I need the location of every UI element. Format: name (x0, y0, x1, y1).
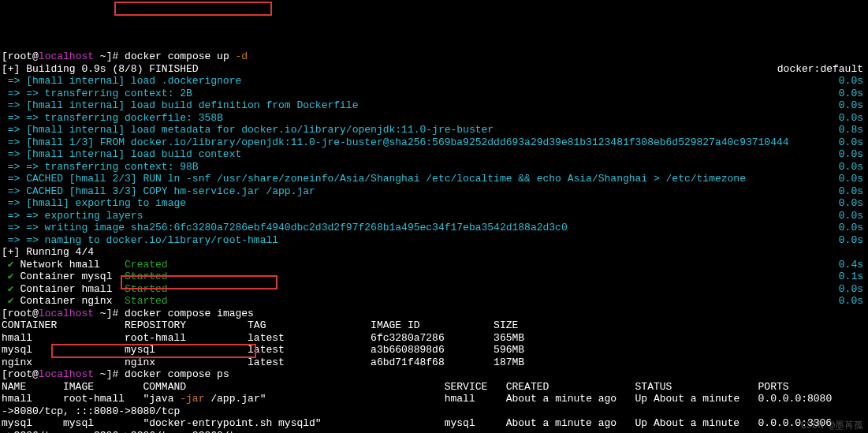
ps-row: mysql mysql "docker-entrypoint.sh mysqld… (2, 417, 866, 430)
build-step: => [hmall internal] load .dockerignore0.… (2, 75, 866, 88)
images-header: CONTAINER REPOSITORY TAG IMAGE ID SIZE (2, 319, 866, 332)
build-step: => CACHED [hmall 3/3] COPY hm-service.ja… (2, 185, 866, 198)
build-step: => => transferring context: 98B0.0s (2, 161, 866, 174)
build-step: => [hmall internal] load build context0.… (2, 148, 866, 161)
images-row: hmall root-hmall latest 6fc3280a7286 365… (2, 332, 866, 345)
running-item: ✔ Container mysql Started0.1s (2, 271, 866, 283)
build-header: [+] Building 0.9s (8/8) FINISHEDdocker:d… (2, 63, 866, 76)
build-step: => [hmall internal] load build definitio… (2, 99, 866, 112)
terminal-output: [root@localhost ~]# docker compose up -d… (2, 50, 866, 433)
ps-row: hmall root-hmall "java -jar /app.jar" hm… (2, 393, 866, 405)
images-row: mysql mysql latest a3b6608898d6 596MB (2, 344, 866, 356)
build-step: => => exporting layers0.0s (2, 210, 866, 222)
build-step: => [hmall 1/3] FROM docker.io/library/op… (2, 136, 866, 149)
prompt-line-2: [root@localhost ~]# docker compose image… (2, 308, 866, 320)
ps-row-wrap: ->3306/tcp, :::3306->3306/tcp, 33060/tcp (2, 430, 866, 433)
build-step: => => transferring context: 2B0.0s (2, 88, 866, 100)
running-header: [+] Running 4/4 (2, 246, 866, 259)
running-item: ✔ Container nginx Started0.0s (2, 295, 866, 308)
build-step: => [hmall internal] load metadata for do… (2, 124, 866, 136)
ps-header: NAME IMAGE COMMAND SERVICE CREATED STATU… (2, 381, 866, 394)
build-step: => => transferring dockerfile: 358B0.0s (2, 112, 866, 125)
running-item: ✔ Container hmall Started0.0s (2, 283, 866, 296)
ps-row-wrap: ->8080/tcp, :::8080->8080/tcp (2, 405, 866, 418)
highlight-box-1 (114, 2, 272, 16)
images-row: nginx nginx latest a6bd71f48f68 187MB (2, 356, 866, 369)
prompt-line-3: [root@localhost ~]# docker compose ps (2, 368, 866, 381)
build-step: => => naming to docker.io/library/root-h… (2, 234, 866, 247)
build-step: => => writing image sha256:6fc3280a7286e… (2, 222, 866, 234)
build-step: => CACHED [hmall 2/3] RUN ln -snf /usr/s… (2, 173, 866, 185)
build-step: => [hmall] exporting to image0.0s (2, 197, 866, 210)
running-item: ✔ Network hmall Created0.4s (2, 259, 866, 271)
watermark: CSDN @墨苒孤 (801, 420, 863, 431)
prompt-line-1: [root@localhost ~]# docker compose up -d (2, 50, 866, 63)
